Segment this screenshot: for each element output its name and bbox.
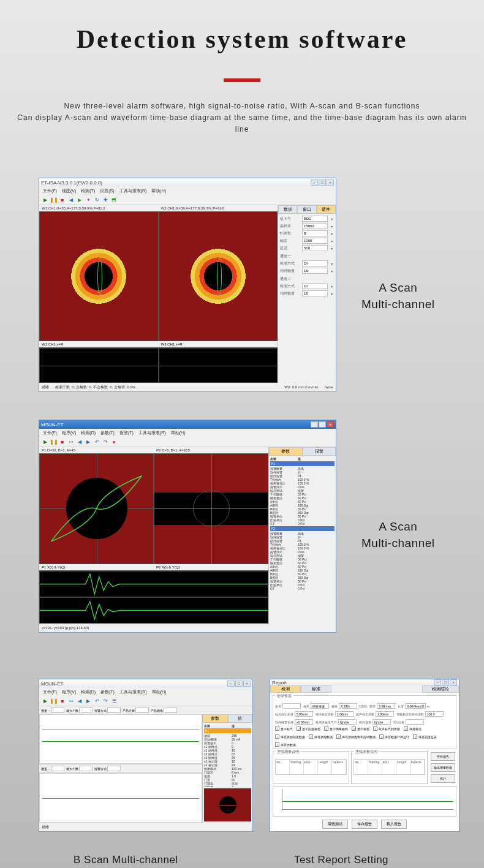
checkbox-option[interactable]: ✓显示测量曲线 bbox=[324, 726, 348, 731]
report-input[interactable]: 1.00mm bbox=[376, 711, 394, 717]
timebase-waveform-w1[interactable] bbox=[39, 348, 159, 383]
redo-icon[interactable]: ↷ bbox=[102, 439, 109, 446]
report-input[interactable]: 1.00mm bbox=[335, 711, 354, 717]
timebase-waveform-w2[interactable] bbox=[159, 348, 278, 383]
property-row[interactable]: 门数量3 bbox=[204, 785, 251, 787]
checkbox-option[interactable]: ✓显示刻度标签 bbox=[297, 726, 320, 731]
menu-item[interactable]: 程序(V) bbox=[62, 689, 76, 695]
dropdown-icon[interactable]: ▾ bbox=[329, 292, 334, 296]
param-value[interactable]: DI bbox=[302, 283, 328, 289]
back-icon[interactable]: ◀ bbox=[76, 698, 83, 705]
dropdown-icon[interactable]: ▾ bbox=[329, 262, 334, 266]
minimize-button[interactable]: − bbox=[434, 679, 441, 685]
menu-item[interactable]: 工具与报表(R) bbox=[138, 430, 166, 436]
close-button[interactable]: × bbox=[243, 681, 251, 687]
menu-item[interactable]: 报警(T) bbox=[119, 430, 134, 436]
skip-icon[interactable]: ↦ bbox=[67, 439, 75, 446]
stop-icon[interactable]: ■ bbox=[59, 439, 66, 446]
report-table-1[interactable]: Se…StartingEndLengthDefects bbox=[275, 759, 347, 775]
dropdown-icon[interactable]: ▾ bbox=[329, 232, 334, 236]
stats-button[interactable]: 统计 bbox=[431, 774, 455, 783]
stop-icon[interactable]: ■ bbox=[59, 698, 66, 705]
tab-alarm[interactable]: 报警 bbox=[303, 447, 336, 456]
config-icon[interactable]: ✦ bbox=[85, 197, 92, 204]
tab-standard[interactable]: 标准 bbox=[301, 685, 331, 693]
field-input[interactable] bbox=[107, 708, 121, 713]
forward-icon[interactable]: ▶ bbox=[85, 439, 92, 446]
report-input[interactable]: 5.00mm bbox=[295, 711, 313, 717]
field-input[interactable] bbox=[164, 708, 177, 713]
report-input[interactable]: ≥0.00mm bbox=[295, 719, 313, 725]
forward-icon[interactable]: ▶ bbox=[85, 698, 92, 705]
pause-icon[interactable]: ❚❚ bbox=[50, 197, 58, 204]
field-input[interactable] bbox=[51, 766, 64, 771]
bscan-strip-1[interactable] bbox=[39, 714, 202, 764]
param-value[interactable]: 15000 bbox=[302, 223, 328, 229]
lissajous-plot-p1[interactable] bbox=[39, 453, 154, 564]
property-row[interactable]: GT0 Pxl bbox=[270, 522, 335, 526]
param-value[interactable]: DI bbox=[302, 260, 328, 266]
param-value[interactable]: 8 bbox=[302, 230, 328, 236]
menu-item[interactable]: 文件(F) bbox=[43, 188, 57, 194]
action-icon[interactable]: ✚ bbox=[102, 197, 109, 204]
tab-data[interactable]: 数据 bbox=[278, 205, 297, 214]
close-button[interactable]: × bbox=[327, 179, 334, 186]
checkbox-option[interactable]: ✓保存力数据 bbox=[275, 742, 296, 747]
tab-detect[interactable]: 检测 bbox=[270, 685, 301, 693]
tab-value[interactable]: 值 bbox=[228, 714, 253, 723]
report-input[interactable] bbox=[282, 703, 301, 709]
checkbox-option[interactable]: ✓保存原始数据 bbox=[309, 734, 333, 739]
menu-item[interactable]: 帮助(H) bbox=[151, 188, 166, 194]
maximize-button[interactable]: □ bbox=[319, 421, 326, 428]
menu-item[interactable]: 文件(F) bbox=[43, 689, 57, 695]
refresh-icon[interactable]: ↻ bbox=[93, 197, 100, 204]
dropdown-icon[interactable]: ▾ bbox=[329, 284, 334, 289]
checkbox-option[interactable]: ✓保存原始刻度数据 bbox=[275, 734, 305, 739]
minimize-button[interactable]: − bbox=[311, 179, 318, 186]
tab-params[interactable]: 参数 bbox=[269, 447, 303, 456]
maximize-button[interactable]: □ bbox=[442, 679, 449, 685]
param-value[interactable]: 500 bbox=[302, 245, 328, 251]
report-summary-chart[interactable] bbox=[273, 786, 456, 817]
menu-item[interactable]: 文件(F) bbox=[43, 430, 57, 436]
tab-hardware[interactable]: 硬件 bbox=[317, 205, 336, 214]
menu-item[interactable]: 视图(V) bbox=[62, 188, 76, 194]
checkbox-option[interactable]: ✓显示标尺 bbox=[275, 726, 293, 731]
field-input[interactable] bbox=[51, 708, 64, 713]
report-table-2[interactable]: Se…StartingEndLengthDefects bbox=[354, 759, 425, 775]
report-input[interactable]: 0-99-9mm/S bbox=[405, 703, 426, 709]
field-input[interactable] bbox=[107, 766, 121, 771]
iq-waveform-p1[interactable] bbox=[39, 571, 268, 597]
close-button[interactable]: × bbox=[327, 421, 334, 428]
menu-item[interactable]: 帮助(H) bbox=[171, 430, 186, 436]
pause-icon[interactable]: ❚❚ bbox=[50, 439, 58, 446]
check-icon[interactable]: ⬒ bbox=[110, 197, 118, 204]
report-input[interactable]: X:33% bbox=[339, 703, 357, 709]
stop-icon[interactable]: ■ bbox=[59, 197, 66, 204]
dropdown-icon[interactable]: ▾ bbox=[329, 239, 334, 243]
dropdown-icon[interactable]: ▾ bbox=[329, 269, 334, 273]
menu-item[interactable]: 程序(V) bbox=[62, 430, 76, 436]
minimize-button[interactable]: − bbox=[311, 421, 318, 428]
maximize-button[interactable]: □ bbox=[319, 179, 326, 186]
maximize-button[interactable]: □ bbox=[235, 681, 243, 687]
back-icon[interactable]: ◀ bbox=[76, 439, 83, 446]
close-button[interactable]: × bbox=[450, 679, 457, 685]
menu-item[interactable]: 工具与报表(R) bbox=[119, 689, 147, 695]
forward-icon[interactable]: ▶ bbox=[76, 197, 83, 204]
checkbox-option[interactable]: ✓对齐标尺到页面 bbox=[373, 726, 400, 731]
dropdown-icon[interactable]: ▾ bbox=[329, 217, 334, 221]
field-input[interactable] bbox=[135, 708, 149, 713]
play-icon[interactable]: ▶ bbox=[42, 439, 49, 446]
param-value[interactable]: BD1 bbox=[302, 216, 328, 222]
skip-icon[interactable]: ↦ bbox=[67, 698, 75, 705]
export-values-button[interactable]: 输出测量数值 bbox=[431, 763, 455, 772]
play-icon[interactable]: ▶ bbox=[42, 698, 49, 705]
action-icon[interactable]: ● bbox=[110, 439, 118, 446]
save-report-button[interactable]: 保存报告 bbox=[352, 820, 377, 829]
undo-icon[interactable]: ↶ bbox=[93, 439, 100, 446]
load-report-button[interactable]: 载入报告 bbox=[381, 820, 407, 829]
menu-item[interactable]: 帮助(H) bbox=[152, 689, 167, 695]
param-value[interactable]: 1000 bbox=[302, 238, 328, 244]
checkbox-option[interactable]: ✓保持标注 bbox=[404, 726, 422, 731]
